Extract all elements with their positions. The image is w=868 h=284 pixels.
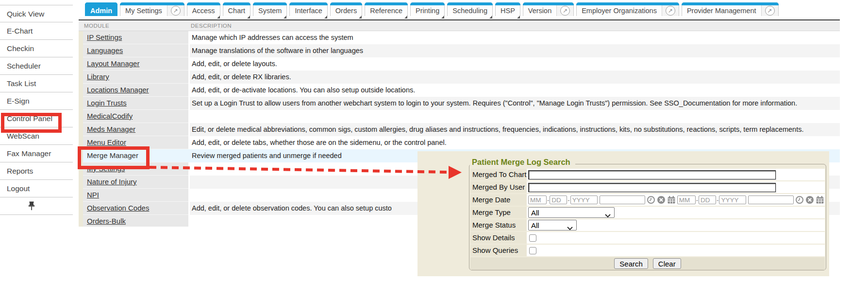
module-link-my-settings[interactable]: My Settings [87, 164, 125, 173]
sidebar-item-control-panel[interactable]: Control Panel [0, 110, 73, 127]
tab-hsp[interactable]: HSP [495, 2, 520, 16]
module-link-layout-manager[interactable]: Layout Manager [87, 59, 139, 68]
tab-external-segment[interactable]: ↗ [761, 3, 778, 16]
table-row-library: LibraryAdd, edit, or delete RX libraries… [83, 71, 840, 84]
tab-chart[interactable]: Chart [223, 2, 250, 16]
sidebar-item-quick-view[interactable]: Quick View [0, 5, 73, 22]
tab-admin[interactable]: Admin [85, 2, 117, 16]
show-details-row: Show Details [470, 232, 825, 244]
show-queries-checkbox[interactable] [529, 247, 536, 254]
module-link-nature-of-injury[interactable]: Nature of Injury [87, 178, 137, 186]
pushpin-icon [27, 201, 36, 211]
tab-printing[interactable]: Printing [410, 2, 445, 16]
sidebar-item-scheduler[interactable]: Scheduler [0, 57, 73, 75]
tab-external-segment[interactable]: ↗ [167, 3, 184, 16]
sidebar-list: Quick ViewE-ChartCheckinSchedulerTask Li… [0, 5, 73, 197]
tab-scheduling[interactable]: Scheduling [447, 2, 493, 16]
show-queries-label: Show Queries [470, 245, 527, 256]
tab-employer-organizations[interactable]: Employer Organizations↗ [576, 2, 679, 16]
module-cell: NPI [83, 189, 188, 202]
tab-reference[interactable]: Reference [365, 2, 408, 16]
date-separator: - [696, 196, 698, 204]
clear-button[interactable]: Clear [653, 258, 681, 269]
module-link-locations-manager[interactable]: Locations Manager [87, 86, 149, 94]
merge-date-start-month-input[interactable] [528, 195, 547, 204]
date-separator: - [568, 196, 569, 204]
clear-date-icon[interactable] [657, 195, 666, 204]
merge-status-row: Merge Status All [470, 219, 825, 231]
module-link-meds-manager[interactable]: Meds Manager [87, 125, 135, 133]
module-link-menu-editor[interactable]: Menu Editor [87, 138, 126, 146]
module-link-orders-bulk[interactable]: Orders-Bulk [87, 217, 126, 225]
merge-status-label: Merge Status [470, 219, 527, 231]
merged-by-user-input[interactable] [528, 183, 776, 192]
sidebar-item-e-chart[interactable]: E-Chart [0, 22, 73, 40]
module-cell: Orders-Bulk [83, 215, 188, 227]
tab-version[interactable]: Version↗ [523, 2, 574, 16]
calendar-icon[interactable] [816, 195, 824, 204]
merge-type-row: Merge Type All [470, 207, 825, 218]
tab-provider-management[interactable]: Provider Management↗ [682, 2, 779, 16]
sidebar-item-e-sign[interactable]: E-Sign [0, 92, 73, 110]
merge-date-end-year-input[interactable] [719, 195, 746, 204]
module-link-merge-manager[interactable]: Merge Manager [87, 151, 138, 160]
merged-to-chart-input[interactable] [528, 170, 776, 179]
clock-icon[interactable] [795, 195, 804, 204]
calendar-icon[interactable] [667, 195, 676, 204]
sidebar-item-checkin[interactable]: Checkin [0, 40, 73, 57]
table-row-meds-manager: Meds ManagerEdit, or delete medical abbr… [83, 123, 840, 136]
tab-interface[interactable]: Interface [289, 2, 327, 16]
merge-date-end-time-input[interactable] [748, 195, 794, 204]
module-cell: Layout Manager [83, 57, 188, 71]
merge-type-select[interactable]: All [528, 207, 615, 218]
merge-date-end-group: - - [677, 195, 825, 204]
show-details-checkbox[interactable] [529, 234, 536, 242]
tab-external-segment[interactable]: ↗ [556, 3, 573, 16]
module-link-observation-codes[interactable]: Observation Codes [87, 204, 149, 212]
description-cell: Add, edit, or de-activate locations. You… [190, 84, 840, 97]
tab-access[interactable]: Access [187, 2, 220, 16]
clear-date-icon[interactable] [805, 195, 814, 204]
clock-icon[interactable] [647, 195, 655, 204]
tab-label: My Settings [120, 3, 167, 16]
tab-my-settings[interactable]: My Settings↗ [120, 2, 184, 16]
table-row-languages: LanguagesManage translations of the soft… [83, 44, 840, 57]
sidebar-pin[interactable] [0, 197, 73, 215]
panel-footer: Search Clear [470, 257, 825, 270]
description-cell: Manage translations of the software in o… [190, 44, 840, 57]
search-button[interactable]: Search [614, 258, 648, 269]
description-cell: Manage which IP addresses can access the… [190, 31, 840, 44]
sidebar-item-task-list[interactable]: Task List [0, 75, 73, 92]
tab-system[interactable]: System [253, 2, 287, 16]
sidebar-item-fax-manager[interactable]: Fax Manager [0, 145, 73, 162]
module-cell: Nature of Injury [83, 176, 188, 189]
tab-orders[interactable]: Orders [330, 2, 362, 16]
module-link-medicalcodify[interactable]: MedicalCodify [87, 112, 133, 120]
merge-status-select[interactable]: All [528, 220, 577, 231]
external-link-icon: ↗ [171, 6, 181, 16]
merge-date-row: Merge Date - - [470, 194, 825, 206]
table-header-row: MODULE DESCRIPTION [79, 20, 840, 31]
module-cell: Library [83, 71, 188, 84]
sidebar-item-webscan[interactable]: WebScan [0, 127, 73, 145]
tab-label: Version [523, 3, 556, 16]
table-row-ip-settings: IP SettingsManage which IP addresses can… [83, 31, 840, 44]
page-background-strip [79, 20, 83, 227]
patient-merge-log-search-panel: Patient Merge Log Search Merged To Chart… [417, 151, 829, 276]
merge-date-end-day-input[interactable] [699, 195, 716, 204]
merge-date-start-day-input[interactable] [550, 195, 567, 204]
module-link-login-trusts[interactable]: Login Trusts [87, 99, 127, 107]
module-link-library[interactable]: Library [87, 72, 109, 81]
merge-date-start-year-input[interactable] [570, 195, 598, 204]
module-link-languages[interactable]: Languages [87, 46, 123, 54]
sidebar-item-logout[interactable]: Logout [0, 180, 73, 197]
module-link-ip-settings[interactable]: IP Settings [87, 33, 122, 41]
tab-label: Provider Management [682, 3, 761, 16]
module-cell: Languages [83, 44, 188, 57]
merge-date-end-month-input[interactable] [677, 195, 696, 204]
module-link-npi[interactable]: NPI [87, 191, 99, 199]
sidebar-item-reports[interactable]: Reports [0, 162, 73, 180]
merge-date-start-time-input[interactable] [600, 195, 645, 204]
panel-body: Merged To Chart Merged By User Merge Dat… [470, 169, 825, 270]
tab-external-segment[interactable]: ↗ [662, 3, 679, 16]
